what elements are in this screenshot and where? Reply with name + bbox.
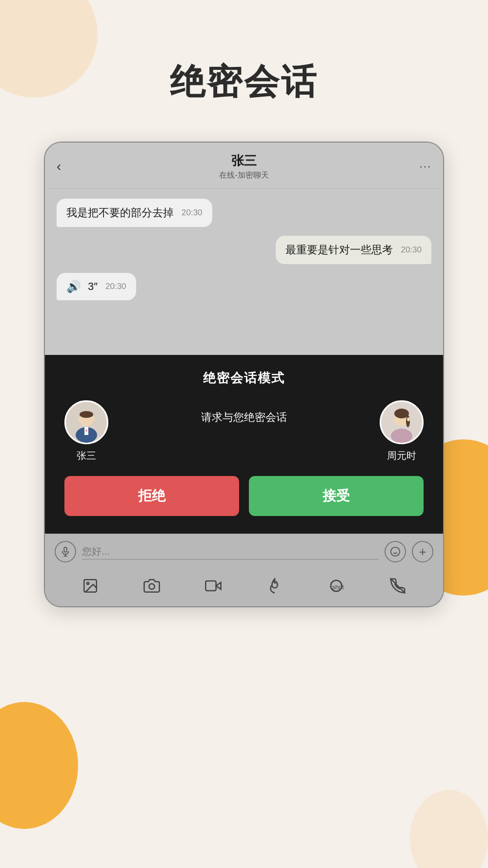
contact-status: 在线-加密聊天 [76, 170, 412, 181]
screenshot-button[interactable]: shot [324, 573, 349, 599]
bg-decoration-bottom-right [410, 790, 488, 868]
no-call-icon [389, 578, 406, 594]
male-avatar-icon [66, 402, 107, 443]
message-text-2: 最重要是针对一些思考 [285, 243, 393, 257]
image-icon [82, 578, 99, 594]
input-bar: + [45, 534, 443, 606]
bubble-voice-3: 🔊 3″ 20:30 [57, 273, 136, 300]
user1-name: 张三 [77, 449, 96, 462]
svg-rect-15 [64, 547, 67, 552]
secret-avatars-row: 张三 请求与您绝密会话 [64, 400, 424, 462]
emoji-icon [390, 546, 401, 557]
female-avatar-icon [381, 402, 422, 443]
svg-point-7 [92, 417, 95, 421]
header-center: 张三 在线-加密聊天 [76, 152, 412, 181]
svg-point-13 [393, 417, 396, 421]
page-title: 绝密会话 [0, 59, 488, 105]
svg-rect-25 [205, 581, 216, 591]
user1-avatar-section: 张三 [64, 400, 108, 462]
mic-icon [60, 546, 71, 557]
screenshot-icon: shot [328, 578, 345, 594]
secret-mode-title: 绝密会话模式 [203, 370, 285, 387]
video-button[interactable] [201, 573, 226, 599]
contact-name: 张三 [76, 152, 412, 169]
chat-body: 我是把不要的部分去掉 20:30 最重要是针对一些思考 20:30 🔊 3″ 2… [45, 189, 443, 355]
message-right-2: 最重要是针对一些思考 20:30 [57, 236, 431, 264]
more-button[interactable]: ··· [412, 160, 431, 173]
voice-duration: 3″ [88, 280, 98, 293]
accept-button[interactable]: 接受 [249, 476, 424, 516]
svg-point-6 [78, 417, 81, 421]
image-button[interactable] [78, 573, 103, 599]
voice-message-3: 🔊 3″ 20:30 [57, 273, 431, 300]
user2-name: 周元时 [387, 449, 416, 462]
video-icon [205, 578, 222, 594]
voice-time-3: 20:30 [105, 282, 126, 291]
fire-icon [266, 578, 283, 594]
user2-avatar [380, 400, 424, 444]
svg-marker-24 [216, 582, 221, 589]
bubble-left-1: 我是把不要的部分去掉 20:30 [57, 199, 212, 227]
camera-icon [143, 578, 160, 594]
svg-point-12 [406, 415, 410, 427]
svg-point-18 [391, 547, 400, 556]
secret-request-text: 请求与您绝密会话 [108, 410, 380, 425]
fire-button[interactable] [262, 573, 287, 599]
toolbar-icons: shot [55, 569, 433, 601]
message-time-2: 20:30 [401, 245, 422, 255]
bg-decoration-bottom-left [0, 702, 78, 829]
bubble-right-2: 最重要是针对一些思考 20:30 [276, 236, 431, 264]
message-left-1: 我是把不要的部分去掉 20:30 [57, 199, 431, 227]
voice-wave-icon: 🔊 [66, 280, 81, 293]
input-row: + [55, 541, 433, 562]
secret-action-buttons: 拒绝 接受 [64, 476, 424, 516]
svg-point-14 [407, 417, 410, 421]
user2-avatar-section: 周元时 [380, 400, 424, 462]
secret-mode-overlay: 绝密会话模式 [45, 355, 443, 534]
message-input[interactable] [82, 544, 379, 559]
plus-button[interactable]: + [412, 541, 433, 562]
svg-point-23 [149, 584, 154, 589]
message-time-1: 20:30 [182, 208, 203, 218]
camera-button[interactable] [139, 573, 164, 599]
back-button[interactable]: ‹ [57, 159, 76, 174]
emoji-button[interactable] [385, 541, 406, 562]
message-text-1: 我是把不要的部分去掉 [66, 206, 174, 220]
svg-point-22 [87, 582, 89, 584]
svg-text:shot: shot [332, 583, 345, 591]
svg-point-5 [80, 411, 93, 418]
reject-button[interactable]: 拒绝 [64, 476, 239, 516]
mic-button[interactable] [55, 541, 76, 562]
no-call-button[interactable] [385, 573, 410, 599]
svg-point-9 [391, 429, 412, 443]
chat-header: ‹ 张三 在线-加密聊天 ··· [45, 143, 443, 189]
user1-avatar [64, 400, 108, 444]
phone-mockup: ‹ 张三 在线-加密聊天 ··· 我是把不要的部分去掉 20:30 最重要是针对… [44, 142, 444, 607]
